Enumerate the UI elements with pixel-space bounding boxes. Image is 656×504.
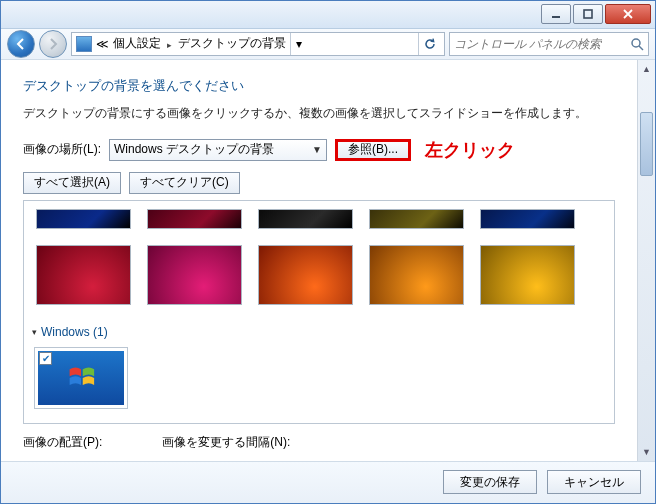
- maximize-button[interactable]: [573, 4, 603, 24]
- search-input[interactable]: [454, 37, 626, 51]
- scroll-up-icon[interactable]: ▲: [638, 60, 655, 78]
- annotation-text: 左クリック: [425, 138, 515, 162]
- wallpaper-thumb[interactable]: [36, 245, 131, 305]
- breadcrumb-prefix: ≪: [96, 37, 109, 51]
- wallpaper-thumb[interactable]: [258, 209, 353, 229]
- position-label: 画像の配置(P):: [23, 434, 102, 451]
- location-dropdown[interactable]: Windows デスクトップの背景 ▼: [109, 139, 327, 161]
- titlebar: [1, 1, 655, 29]
- close-button[interactable]: [605, 4, 651, 24]
- window-frame: ≪ 個人設定 デスクトップの背景 ▾ デスクトップの背景を選んでください デスク…: [0, 0, 656, 504]
- svg-rect-1: [584, 10, 592, 18]
- wallpaper-thumb[interactable]: [258, 245, 353, 305]
- back-button[interactable]: [7, 30, 35, 58]
- body: デスクトップの背景を選んでください デスクトップの背景にする画像をクリックするか…: [1, 60, 655, 461]
- wallpaper-thumb[interactable]: [369, 245, 464, 305]
- breadcrumb-2[interactable]: デスクトップの背景: [178, 35, 286, 52]
- breadcrumb-bar[interactable]: ≪ 個人設定 デスクトップの背景 ▾: [71, 32, 445, 56]
- location-icon: [76, 36, 92, 52]
- cancel-button[interactable]: キャンセル: [547, 470, 641, 494]
- page-description: デスクトップの背景にする画像をクリックするか、複数の画像を選択してスライドショー…: [23, 105, 615, 122]
- content: デスクトップの背景を選んでください デスクトップの背景にする画像をクリックするか…: [1, 60, 637, 461]
- select-all-button[interactable]: すべて選択(A): [23, 172, 121, 194]
- scrollbar[interactable]: ▲ ▼: [637, 60, 655, 461]
- svg-point-2: [632, 39, 640, 47]
- windows-wallpaper-thumb[interactable]: ✔: [34, 347, 128, 409]
- thumb-checkbox[interactable]: ✔: [39, 352, 52, 365]
- footer: 変更の保存 キャンセル: [1, 461, 655, 503]
- refresh-button[interactable]: [418, 33, 440, 55]
- clear-all-button[interactable]: すべてクリア(C): [129, 172, 240, 194]
- scroll-thumb[interactable]: [640, 112, 653, 176]
- navbar: ≪ 個人設定 デスクトップの背景 ▾: [1, 29, 655, 60]
- thumb-row-1: [30, 207, 608, 239]
- breadcrumb-1[interactable]: 個人設定: [113, 35, 161, 52]
- wallpaper-thumb[interactable]: [369, 209, 464, 229]
- forward-button[interactable]: [39, 30, 67, 58]
- scroll-down-icon[interactable]: ▼: [638, 443, 655, 461]
- search-icon: [630, 37, 644, 51]
- wallpaper-gallery: Windows (1) ✔: [23, 200, 615, 424]
- scroll-track[interactable]: [638, 78, 655, 443]
- interval-label: 画像を変更する間隔(N):: [162, 434, 290, 451]
- wallpaper-thumb[interactable]: [480, 245, 575, 305]
- wallpaper-thumb[interactable]: [147, 245, 242, 305]
- wallpaper-thumb[interactable]: [480, 209, 575, 229]
- save-button[interactable]: 変更の保存: [443, 470, 537, 494]
- thumb-row-2: [30, 239, 608, 319]
- wallpaper-thumb[interactable]: [147, 209, 242, 229]
- search-box[interactable]: [449, 32, 649, 56]
- browse-button[interactable]: 参照(B)...: [335, 139, 411, 161]
- breadcrumb-sep-icon: [165, 37, 174, 51]
- chevron-down-icon: ▼: [312, 144, 322, 155]
- page-heading: デスクトップの背景を選んでください: [23, 78, 615, 95]
- svg-rect-0: [552, 16, 560, 18]
- minimize-button[interactable]: [541, 4, 571, 24]
- location-label: 画像の場所(L):: [23, 141, 101, 158]
- address-dropdown-icon[interactable]: ▾: [290, 33, 306, 55]
- section-windows[interactable]: Windows (1): [32, 325, 608, 339]
- dropdown-value: Windows デスクトップの背景: [114, 141, 274, 158]
- wallpaper-thumb[interactable]: [36, 209, 131, 229]
